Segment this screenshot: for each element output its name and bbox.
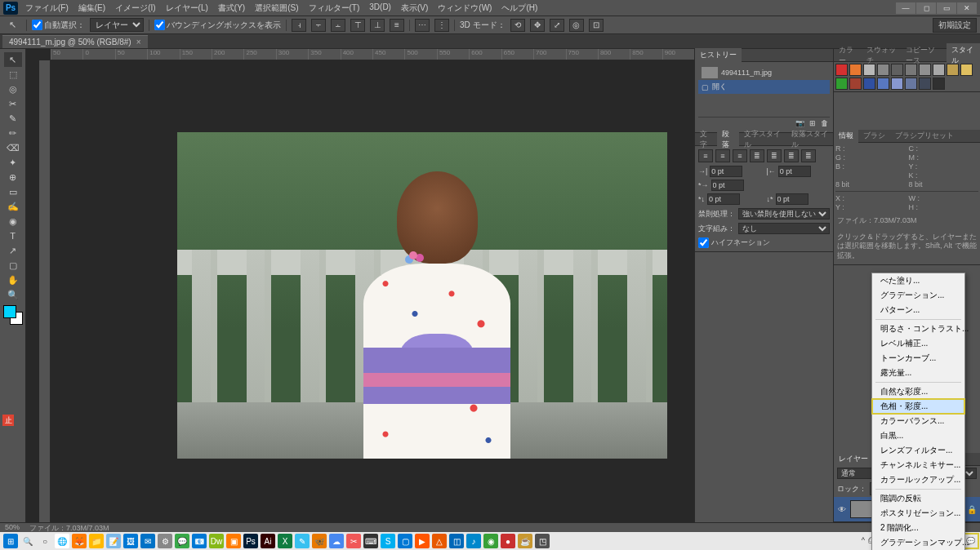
taskbar-app-icon[interactable]: ● — [501, 534, 515, 548]
context-menu-item[interactable]: 自然な彩度... — [872, 384, 964, 399]
menu-item[interactable]: レイヤー(L) — [162, 1, 212, 16]
menu-item[interactable]: 書式(Y) — [214, 1, 249, 16]
menu-item[interactable]: フィルター(T) — [305, 1, 364, 16]
taskbar-app-icon[interactable]: 🦊 — [72, 534, 87, 548]
tool[interactable]: ✂ — [4, 96, 22, 111]
taskbar-app-icon[interactable]: 📝 — [106, 534, 121, 548]
align-right-icon[interactable]: ≡ — [733, 149, 747, 162]
swatch[interactable] — [933, 78, 945, 90]
taskbar-app-icon[interactable]: ☕ — [518, 534, 532, 548]
taskbar-app-icon[interactable]: 🖼 — [123, 534, 138, 548]
taskbar-app-icon[interactable]: 🔍 — [20, 534, 35, 548]
swatch[interactable] — [919, 64, 931, 76]
tool[interactable]: ✎ — [4, 111, 22, 126]
mojikumi-select[interactable]: なし — [738, 223, 830, 234]
taskbar-app-icon[interactable]: ♪ — [466, 534, 481, 548]
taskbar-app-icon[interactable]: ✉ — [140, 534, 155, 548]
tool[interactable]: ⌫ — [4, 140, 22, 155]
taskbar-app-icon[interactable]: ▶ — [415, 534, 430, 548]
fg-color[interactable] — [3, 305, 16, 318]
menu-item[interactable]: 選択範囲(S) — [251, 1, 302, 16]
kinsoku-select[interactable]: 強い禁則を使用しない — [738, 208, 830, 220]
taskbar-app-icon[interactable]: ✎ — [295, 534, 310, 548]
menu-item[interactable]: ファイル(F) — [21, 1, 73, 16]
align-icon[interactable]: ⫞ — [292, 19, 306, 32]
canvas-area[interactable]: 5005010015020025030035040045050055060065… — [26, 49, 694, 522]
menu-item[interactable]: 表示(V) — [397, 1, 432, 16]
taskbar-app-icon[interactable]: △ — [432, 534, 447, 548]
taskbar-app-icon[interactable]: 🦋 — [312, 534, 327, 548]
context-menu-item[interactable]: 白黒... — [872, 428, 964, 443]
tool[interactable]: ↖ — [4, 52, 22, 67]
indent-left[interactable]: →| — [698, 166, 762, 177]
tool[interactable]: ⬚ — [4, 67, 22, 82]
context-menu-item[interactable]: グラデーションマップ... — [872, 535, 964, 550]
tool[interactable]: ⊕ — [4, 170, 22, 184]
context-menu-item[interactable]: カラーバランス... — [872, 414, 964, 428]
indent-right[interactable]: |← — [767, 166, 831, 177]
close-tab-icon[interactable]: × — [136, 38, 141, 47]
window-button[interactable]: — — [896, 2, 915, 14]
swatch[interactable] — [863, 64, 875, 76]
context-menu-item[interactable]: チャンネルミキサー... — [872, 458, 964, 472]
history-step[interactable]: ▢開く — [698, 80, 830, 94]
history-camera-icon[interactable]: 📷 — [795, 119, 804, 127]
justify-icon[interactable]: ≣ — [784, 149, 799, 162]
visibility-icon[interactable]: 👁 — [837, 505, 847, 514]
taskbar-app-icon[interactable]: Ai — [261, 534, 275, 548]
justify-all-icon[interactable]: ≣ — [801, 149, 816, 162]
history-trash-icon[interactable]: 🗑 — [821, 119, 828, 127]
tool[interactable]: 🔍 — [4, 287, 22, 302]
quick-mask-icon[interactable]: 止 — [2, 415, 14, 426]
taskbar-app-icon[interactable]: Ps — [243, 534, 258, 548]
hyphenation-checkbox[interactable]: ハイフネーション — [698, 237, 830, 248]
taskbar-app-icon[interactable]: 📁 — [89, 534, 104, 548]
tool[interactable]: T — [4, 228, 22, 243]
swatch[interactable] — [849, 78, 862, 90]
swatch[interactable] — [933, 64, 945, 76]
context-menu-item[interactable]: 明るさ・コントラスト... — [872, 322, 964, 336]
window-button[interactable]: ▭ — [937, 2, 956, 14]
tool[interactable]: ◉ — [4, 214, 22, 228]
context-menu-item[interactable]: カラールックアップ... — [872, 472, 964, 487]
panel-tab[interactable]: 段落 — [717, 127, 739, 152]
mode3d-icon[interactable]: ✥ — [530, 19, 545, 32]
swatch[interactable] — [919, 78, 931, 90]
history-new-icon[interactable]: ⊞ — [809, 119, 816, 127]
panel-tab[interactable]: 段落スタイル — [786, 127, 833, 152]
align-left-icon[interactable]: ≡ — [698, 149, 713, 162]
mode3d-icon[interactable]: ◎ — [569, 19, 584, 32]
taskbar-app-icon[interactable]: ◳ — [535, 534, 550, 548]
taskbar-app-icon[interactable]: ◉ — [483, 534, 498, 548]
space-before[interactable]: *↓ — [698, 193, 762, 205]
panel-tab[interactable]: ブラシ — [858, 129, 890, 143]
context-menu-item[interactable]: パターン... — [872, 303, 964, 317]
taskbar-app-icon[interactable]: S — [381, 534, 395, 548]
taskbar-app-icon[interactable]: 📧 — [192, 534, 207, 548]
mode3d-icon[interactable]: ⟲ — [510, 19, 525, 32]
space-after[interactable]: ↓* — [767, 193, 831, 205]
mode3d-icon[interactable]: ⤢ — [550, 19, 564, 32]
context-menu-item[interactable]: 階調の反転 — [872, 491, 964, 506]
workspace-preset[interactable]: 初期設定 — [933, 18, 977, 33]
taskbar-app-icon[interactable]: X — [278, 534, 292, 548]
swatch[interactable] — [960, 64, 973, 76]
document-canvas[interactable] — [177, 132, 667, 459]
panel-tab[interactable]: ブラシプリセット — [890, 129, 959, 143]
align-center-icon[interactable]: ≡ — [715, 149, 730, 162]
align-icon[interactable]: ⊤ — [350, 19, 365, 32]
taskbar-app-icon[interactable]: ○ — [38, 534, 52, 548]
swatch[interactable] — [947, 64, 959, 76]
swatch[interactable] — [849, 64, 862, 76]
distribute-icon[interactable]: ⋮ — [434, 19, 449, 32]
justify-icon[interactable]: ≣ — [750, 149, 764, 162]
distribute-icon[interactable]: ⋯ — [415, 19, 430, 32]
indent-first[interactable]: *→ — [698, 180, 762, 191]
context-menu-item[interactable]: レンズフィルター... — [872, 443, 964, 458]
align-icon[interactable]: ⫠ — [331, 19, 345, 32]
menu-item[interactable]: 3D(D) — [365, 1, 395, 16]
tool[interactable]: ✦ — [4, 155, 22, 170]
taskbar-app-icon[interactable]: Dw — [209, 534, 224, 548]
align-icon[interactable]: ⫟ — [311, 19, 326, 32]
panel-tab[interactable]: 情報 — [834, 129, 858, 143]
